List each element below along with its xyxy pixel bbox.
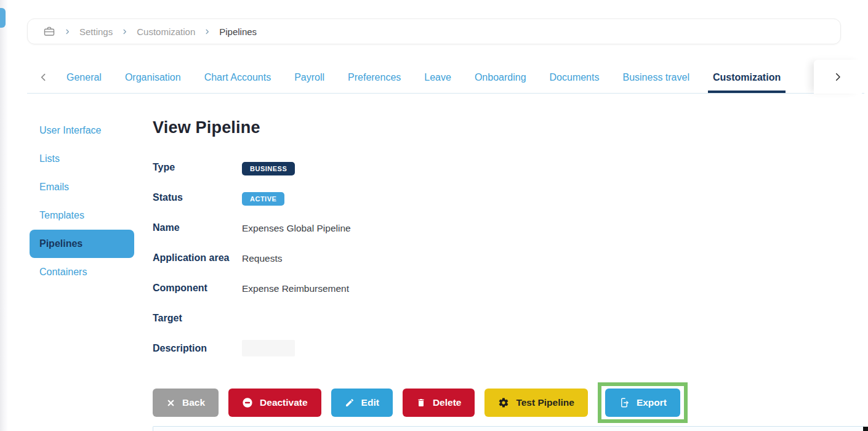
field-row-status: Status ACTIVE xyxy=(153,192,768,206)
x-icon xyxy=(166,398,175,408)
field-label: Component xyxy=(153,283,242,294)
field-row-type: Type BUSINESS xyxy=(153,162,768,175)
pencil-icon xyxy=(345,398,355,408)
field-label: Application area xyxy=(153,252,242,264)
back-button[interactable]: Back xyxy=(153,389,219,417)
chevron-left-icon[interactable] xyxy=(34,61,52,94)
tabbar-divider xyxy=(27,93,864,94)
breadcrumb: Settings Customization Pipelines xyxy=(27,18,841,44)
view-pipeline-panel: View Pipeline Type BUSINESS Status ACTIV… xyxy=(153,118,768,373)
breadcrumb-item-customization[interactable]: Customization xyxy=(137,26,195,37)
button-label: Delete xyxy=(433,397,462,408)
sidebar-item-lists[interactable]: Lists xyxy=(30,145,134,173)
field-label: Target xyxy=(153,313,242,324)
settings-tabbar: General Organisation Chart Accounts Payr… xyxy=(27,61,868,94)
tab-payroll[interactable]: Payroll xyxy=(294,61,324,94)
sidebar-item-user-interface[interactable]: User Interface xyxy=(30,116,134,145)
type-badge: BUSINESS xyxy=(242,162,295,175)
tab-chart-accounts[interactable]: Chart Accounts xyxy=(204,61,271,94)
sidebar-item-containers[interactable]: Containers xyxy=(30,258,134,286)
pipeline-actions: Back Deactivate Edit Delete Test Pipelin… xyxy=(153,382,688,423)
chevron-right-icon xyxy=(64,28,71,35)
sidebar-item-pipelines[interactable]: Pipelines xyxy=(30,230,134,258)
field-label: Name xyxy=(153,222,242,233)
pipeline-fields: Type BUSINESS Status ACTIVE Name Expense… xyxy=(153,162,768,356)
tab-general[interactable]: General xyxy=(66,61,102,94)
name-value: Expenses Global Pipeline xyxy=(242,222,351,234)
minus-circle-icon xyxy=(242,397,253,408)
field-label: Description xyxy=(153,343,242,354)
field-row-name: Name Expenses Global Pipeline xyxy=(153,222,768,236)
field-row-application-area: Application area Requests xyxy=(153,252,768,266)
button-label: Edit xyxy=(361,397,379,408)
button-label: Test Pipeline xyxy=(516,397,574,408)
tab-documents[interactable]: Documents xyxy=(550,61,600,94)
export-button[interactable]: Export xyxy=(605,389,680,417)
tab-organisation[interactable]: Organisation xyxy=(125,61,181,94)
tab-customization[interactable]: Customization xyxy=(713,61,781,94)
field-row-component: Component Expense Reimbursement xyxy=(153,283,768,296)
sidebar-item-emails[interactable]: Emails xyxy=(30,173,134,201)
description-value-box xyxy=(242,340,295,356)
button-label: Back xyxy=(182,397,205,408)
sidebar-item-templates[interactable]: Templates xyxy=(30,201,134,230)
tab-preferences[interactable]: Preferences xyxy=(348,61,401,94)
button-label: Export xyxy=(637,397,667,408)
trash-icon xyxy=(416,398,426,408)
breadcrumb-item-pipelines: Pipelines xyxy=(219,26,257,37)
tab-business-travel[interactable]: Business travel xyxy=(622,61,689,94)
edit-button[interactable]: Edit xyxy=(331,389,393,417)
field-row-description: Description xyxy=(153,343,768,356)
test-pipeline-button[interactable]: Test Pipeline xyxy=(484,389,587,417)
field-label: Status xyxy=(153,192,242,203)
application-area-value: Requests xyxy=(242,252,282,264)
screen-corner-artifact xyxy=(863,427,868,431)
gear-icon xyxy=(498,397,509,408)
customization-sidebar: User Interface Lists Emails Templates Pi… xyxy=(30,116,134,286)
tab-leave[interactable]: Leave xyxy=(424,61,451,94)
component-value: Expense Reimbursement xyxy=(242,283,349,294)
delete-button[interactable]: Delete xyxy=(403,389,475,417)
pipeline-details-panel-top xyxy=(153,426,864,431)
field-row-target: Target xyxy=(153,313,768,326)
chevron-right-icon xyxy=(121,28,128,35)
chevron-right-icon[interactable] xyxy=(814,60,862,94)
page-title: View Pipeline xyxy=(153,118,768,137)
export-button-highlight: Export xyxy=(598,382,688,423)
page-left-edge xyxy=(0,0,7,431)
breadcrumb-item-settings[interactable]: Settings xyxy=(79,26,113,37)
export-icon xyxy=(619,397,630,408)
briefcase-icon[interactable] xyxy=(43,25,55,38)
button-label: Deactivate xyxy=(260,397,308,408)
collapsed-nav-handle[interactable] xyxy=(0,8,6,28)
chevron-right-icon xyxy=(204,28,211,35)
status-badge: ACTIVE xyxy=(242,192,284,206)
deactivate-button[interactable]: Deactivate xyxy=(228,389,321,417)
tab-list: General Organisation Chart Accounts Payr… xyxy=(66,61,781,94)
field-label: Type xyxy=(153,162,242,173)
tab-onboarding[interactable]: Onboarding xyxy=(475,61,526,94)
